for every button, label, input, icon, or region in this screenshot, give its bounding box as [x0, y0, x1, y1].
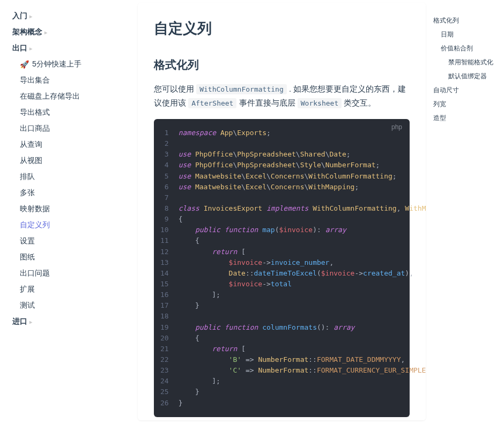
- toc-item[interactable]: 列宽: [433, 97, 498, 111]
- chevron-right-icon: ▸: [29, 46, 32, 51]
- sidebar-item-label: 图纸: [20, 253, 35, 262]
- inline-code: Worksheet: [298, 98, 342, 108]
- text: 您可以使用: [154, 84, 196, 93]
- nav-group-intro[interactable]: 入门 ▸: [8, 8, 135, 24]
- sidebar-item[interactable]: 扩展: [16, 281, 135, 298]
- rocket-icon: 🚀: [20, 60, 29, 69]
- sidebar-item[interactable]: 从查询: [16, 137, 135, 153]
- toc-item[interactable]: 禁用智能格式化: [433, 55, 498, 69]
- toc-item[interactable]: 日期: [433, 27, 498, 41]
- sidebar-item[interactable]: 多张: [16, 185, 135, 201]
- text: 事件直接与底层: [236, 98, 297, 107]
- sidebar-item[interactable]: 设置: [16, 233, 135, 249]
- sidebar-item[interactable]: 在磁盘上存储导出: [16, 88, 135, 105]
- sidebar-item-label: 自定义列: [20, 220, 50, 230]
- sidebar-item[interactable]: 自定义列: [16, 217, 135, 233]
- sidebar-item[interactable]: 排队: [16, 169, 135, 185]
- page-title: 自定义列: [154, 19, 410, 38]
- sidebar-item-label: 5分钟快速上手: [32, 60, 81, 69]
- nav-group-arch[interactable]: 架构概念 ▸: [8, 24, 135, 40]
- nav-group-import[interactable]: 进口 ▸: [8, 314, 135, 330]
- nav-group-label: 架构概念: [12, 27, 42, 37]
- section-heading-format: 格式化列: [154, 57, 410, 72]
- toc-item[interactable]: 价值粘合剂: [433, 41, 498, 55]
- toc-item[interactable]: 默认值绑定器: [433, 69, 498, 83]
- nav-group-label: 出口: [12, 43, 27, 53]
- inline-code: WithColumnFormatting: [196, 84, 287, 94]
- sidebar-item-label: 排队: [20, 172, 35, 182]
- sidebar-item-label: 从查询: [20, 140, 42, 150]
- nav-group-export[interactable]: 出口 ▸: [8, 40, 135, 56]
- sidebar-left: 入门 ▸ 架构概念 ▸ 出口 ▸ 🚀5分钟快速上手导出集合在磁盘上存储导出导出格…: [0, 0, 135, 423]
- sidebar-item[interactable]: 图纸: [16, 249, 135, 265]
- main-content: 自定义列 格式化列 您可以使用 WithColumnFormatting . 如…: [138, 3, 426, 420]
- nav-group-label: 进口: [12, 317, 27, 326]
- nav-items-export: 🚀5分钟快速上手导出集合在磁盘上存储导出导出格式出口商品从查询从视图排队多张映射…: [8, 56, 135, 314]
- sidebar-item[interactable]: 导出格式: [16, 105, 135, 121]
- sidebar-item-label: 测试: [20, 301, 35, 310]
- chevron-right-icon: ▸: [29, 13, 32, 19]
- sidebar-item-label: 扩展: [20, 285, 35, 294]
- sidebar-item-label: 映射数据: [20, 204, 50, 214]
- code-language-label: php: [391, 123, 402, 131]
- sidebar-item[interactable]: 导出集合: [16, 72, 135, 88]
- code-block: php 1 2 3 4 5 6 7 8 9 10 11 12 13 14 15 …: [154, 119, 410, 417]
- sidebar-item[interactable]: 出口商品: [16, 121, 135, 137]
- sidebar-item-label: 在磁盘上存储导出: [20, 92, 80, 101]
- sidebar-item-label: 从视图: [20, 156, 42, 166]
- paragraph-format: 您可以使用 WithColumnFormatting . 如果您想要更自定义的东…: [154, 82, 410, 109]
- toc-item[interactable]: 自动尺寸: [433, 83, 498, 97]
- sidebar-item-label: 多张: [20, 188, 35, 198]
- sidebar-right-toc: 格式化列日期价值粘合剂禁用智能格式化默认值绑定器自动尺寸列宽造型: [429, 0, 504, 423]
- chevron-right-icon: ▸: [45, 29, 47, 35]
- sidebar-item[interactable]: 🚀5分钟快速上手: [16, 56, 135, 72]
- sidebar-item-label: 出口商品: [20, 124, 50, 133]
- sidebar-item-label: 导出格式: [20, 108, 50, 117]
- sidebar-item-label: 出口问题: [20, 269, 50, 278]
- toc-item[interactable]: 造型: [433, 111, 498, 125]
- sidebar-item-label: 设置: [20, 236, 35, 246]
- sidebar-item[interactable]: 出口问题: [16, 265, 135, 281]
- toc-item[interactable]: 格式化列: [433, 13, 498, 27]
- code-gutter: 1 2 3 4 5 6 7 8 9 10 11 12 13 14 15 16 1…: [154, 128, 179, 409]
- inline-code: AfterSheet: [188, 98, 236, 108]
- chevron-right-icon: ▸: [29, 319, 32, 325]
- sidebar-item[interactable]: 从视图: [16, 153, 135, 169]
- code-content: namespace App\Exports; use PhpOffice\Php…: [179, 128, 426, 409]
- sidebar-item-label: 导出集合: [20, 76, 50, 85]
- sidebar-item[interactable]: 测试: [16, 298, 135, 314]
- sidebar-item[interactable]: 映射数据: [16, 201, 135, 217]
- text: 类交互。: [342, 98, 376, 107]
- nav-group-label: 入门: [12, 11, 27, 21]
